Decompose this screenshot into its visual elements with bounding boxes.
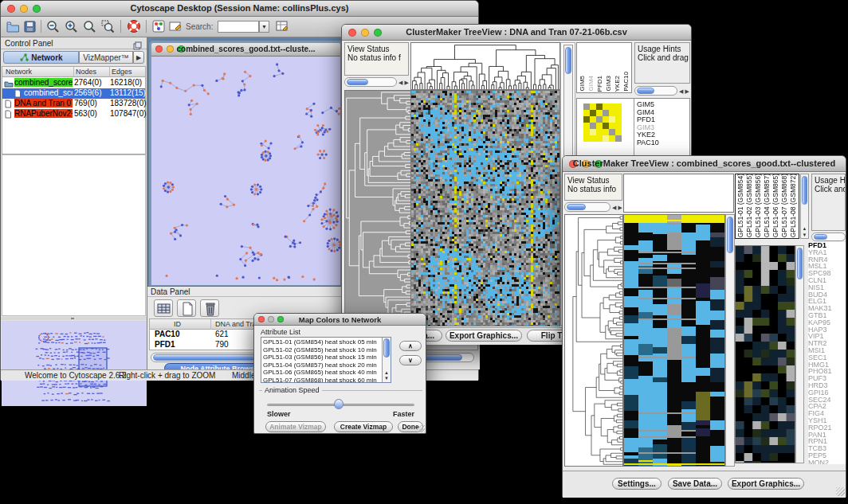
open-icon[interactable] <box>6 19 21 37</box>
attribute-listbox[interactable]: GPL51-01 (GSM854) heat shock 05 minGPL51… <box>261 337 391 383</box>
animate-vizmap-button[interactable]: Animate Vizmap <box>265 421 326 432</box>
network-name: RNAPuberNov2+I <box>14 109 73 118</box>
tv1-column-label: YKE2 <box>614 76 622 92</box>
tv1-column-dendrogram[interactable] <box>410 42 560 90</box>
network-table-row[interactable]: DNA and Tran 07769(0)183728(0) <box>2 99 145 109</box>
column-header-id: ID <box>174 320 181 328</box>
tv1-matrix-cell <box>590 129 596 135</box>
tv1-matrix-cell <box>596 135 603 142</box>
tv2-gene-list[interactable]: PFD1YRA1RNR4MSL1SPC98CLN1NIS1BUD4ELG1MAK… <box>808 242 846 464</box>
tv2-zoom-heatmap[interactable] <box>735 245 795 463</box>
tv2-column-label: GPL51-04 (GSM857) <box>763 174 771 237</box>
status-welcome: Welcome to Cytoscape 2.6.2 <box>25 371 127 380</box>
network-table-row[interactable]: combined_sco2569(6)13112(15) <box>2 88 145 99</box>
speed-slider-thumb[interactable] <box>334 399 344 409</box>
network-canvas[interactable] <box>151 57 340 285</box>
tv2-heatmap[interactable] <box>623 214 725 467</box>
move-attribute-up-button[interactable]: ∧ <box>399 341 422 351</box>
panel-splitter[interactable] <box>1 317 147 320</box>
tv2-zoom-vscrollbar[interactable] <box>795 245 804 463</box>
tv1-matrix-cell <box>603 123 609 129</box>
tv2-hints-scrollbar[interactable] <box>811 232 846 241</box>
tv1-gene-list[interactable]: GIM5GIM4PFD1GIM3YKE2PAC10 <box>637 101 659 147</box>
move-attribute-down-button[interactable]: ∨ <box>399 355 422 365</box>
treeview1-titlebar[interactable]: ClusterMaker TreeView : DNA and Tran 07-… <box>342 25 691 41</box>
attribute-list-item[interactable]: GPL51-06 (GSM865) heat shock 40 min <box>263 369 377 377</box>
network-name: DNA and Tran 07 <box>14 99 73 107</box>
search-label: Search: <box>186 22 213 31</box>
faster-label: Faster <box>393 410 414 418</box>
attribute-list-scrollbar[interactable]: ▲▼ <box>382 338 391 382</box>
attribute-list-item[interactable]: GPL51-01 (GSM854) heat shock 05 min <box>263 338 377 346</box>
network-table-header: Network Nodes Edges <box>2 67 145 77</box>
network-edges: 16218(0) <box>110 78 142 87</box>
zoom-in-icon[interactable] <box>64 19 79 37</box>
tab-vizmapper[interactable]: VizMapper™ <box>79 51 133 64</box>
attribute-browser-icon[interactable] <box>275 19 290 37</box>
network-nodes: 2569(6) <box>74 88 101 97</box>
tv1-row-dendrogram[interactable] <box>344 90 411 326</box>
tv2-row-dendrogram[interactable] <box>564 214 623 467</box>
export-graphics-button[interactable]: Export Graphics... <box>728 478 804 490</box>
network-table-row[interactable]: combined_scores2764(0)16218(0) <box>2 78 145 88</box>
export-graphics-button[interactable]: Export Graphics... <box>446 330 522 342</box>
tab-network[interactable]: Network <box>3 51 79 64</box>
tv2-labels-vscrollbar[interactable]: ▲▼ <box>800 174 809 239</box>
tv1-matrix-cell <box>583 129 590 135</box>
treeview2-titlebar[interactable]: ClusterMaker TreeView : combined_scores_… <box>563 156 846 172</box>
tv1-hints-scroll-arrows[interactable]: ◀▶ <box>679 88 691 95</box>
zoom-fit-icon[interactable] <box>82 19 97 37</box>
table-mode-icon[interactable] <box>154 299 173 317</box>
new-attribute-icon[interactable] <box>177 299 196 317</box>
vizmapper-icon[interactable] <box>151 19 167 37</box>
network-name: combined_scores <box>14 78 73 87</box>
tv2-column-label: GPL51-02 (GSM855) <box>745 174 754 237</box>
network-overview[interactable] <box>2 321 147 406</box>
annotation-icon[interactable] <box>168 19 183 37</box>
tv1-matrix-cell <box>603 116 609 123</box>
network-table-row[interactable]: RNAPuberNov2+I563(0)107847(0) <box>2 109 145 119</box>
zoom-out-icon[interactable] <box>45 19 61 37</box>
main-titlebar[interactable]: Cytoscape Desktop (Session Name: collins… <box>1 1 478 17</box>
create-vizmap-button[interactable]: Create Vizmap <box>334 421 393 432</box>
tv1-matrix-cell <box>590 104 596 110</box>
tv1-heatmap[interactable] <box>410 90 560 326</box>
animation-speed-label: Animation Speed <box>262 386 322 394</box>
tv1-gene-label[interactable]: PAC10 <box>637 139 659 147</box>
tv2-column-label: GPL51-08 (GSM872) <box>789 174 798 237</box>
tab-overflow-button[interactable]: ▶ <box>133 51 144 64</box>
tv2-view-status: View Status No status info <box>564 174 622 201</box>
save-data-button[interactable]: Save Data... <box>668 478 722 490</box>
help-icon[interactable] <box>126 18 142 37</box>
map-colors-dialog: Map Colors to Network Attribute List GPL… <box>253 313 426 434</box>
control-panel-header: Control Panel <box>1 37 147 49</box>
network-window-title: combined_scores_good.txt--cluste... <box>151 45 340 53</box>
tv2-gene-label[interactable]: MON2 <box>808 459 846 464</box>
data-panel-title: Data Panel <box>151 287 190 296</box>
tv2-status-scroll-arrows[interactable]: ◀▶ <box>612 205 624 211</box>
tv1-matrix-cell <box>596 110 603 116</box>
tv1-zoom-matrix[interactable] <box>583 104 622 142</box>
attribute-list-item[interactable]: GPL51-04 (GSM857) heat shock 20 min <box>263 361 377 369</box>
search-dropdown-button[interactable]: ▼ <box>259 21 269 33</box>
tv1-status-scroll-arrows[interactable]: ◀▶ <box>398 80 410 86</box>
tv1-matrix-cell <box>596 104 603 110</box>
network-view-window-1[interactable]: combined_scores_good.txt--cluste... <box>149 41 343 287</box>
network-edges: 183728(0) <box>110 99 147 107</box>
tv1-status-scrollbar[interactable] <box>344 77 397 87</box>
dialog-titlebar[interactable]: Map Colors to Network <box>254 314 426 326</box>
resize-grip[interactable] <box>418 425 425 432</box>
tv1-hints-scrollbar[interactable] <box>634 86 677 96</box>
tv2-status-scrollbar[interactable] <box>564 202 610 212</box>
attribute-list-item[interactable]: GPL51-03 (GSM856) heat shock 15 min <box>263 354 377 361</box>
delete-attribute-icon[interactable] <box>200 299 219 317</box>
save-icon[interactable] <box>22 19 37 37</box>
attribute-list-label: Attribute List <box>261 328 300 336</box>
tv2-heatmap-vscrollbar[interactable] <box>725 214 735 467</box>
settings-button[interactable]: Settings... <box>612 478 662 490</box>
attribute-list-item[interactable]: GPL51-07 (GSM868) heat shock 60 min <box>263 377 377 383</box>
search-input[interactable] <box>218 21 259 33</box>
resize-grip[interactable] <box>836 487 845 496</box>
zoom-selected-icon[interactable] <box>100 19 116 37</box>
attribute-list-item[interactable]: GPL51-02 (GSM855) heat shock 10 min <box>263 346 377 354</box>
